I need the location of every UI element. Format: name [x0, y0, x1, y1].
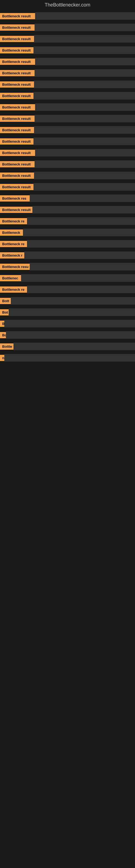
site-title: TheBottlenecker.com	[0, 0, 135, 10]
bottleneck-item: Bottleneck	[0, 229, 135, 236]
bottleneck-label: Bottleneck result	[0, 207, 32, 213]
bottleneck-bar	[35, 103, 135, 111]
bottleneck-item: Bottleneck result	[0, 81, 135, 88]
bottleneck-item: Bot	[0, 308, 135, 316]
bottleneck-bar	[34, 81, 135, 88]
bottleneck-item: Bottleneck result	[0, 206, 135, 214]
bottleneck-item: Bottleneck resu	[0, 263, 135, 271]
bottleneck-bar	[34, 46, 135, 54]
bottleneck-label: Bo	[0, 332, 6, 338]
bottleneck-label: Bottleneck result	[0, 13, 35, 19]
bottleneck-bar	[27, 240, 135, 248]
bottleneck-bar	[13, 343, 135, 350]
bottleneck-bar	[35, 58, 135, 65]
bottleneck-item: Bottleneck result	[0, 69, 135, 77]
bottleneck-label: Bottleneck re	[0, 286, 27, 293]
bottleneck-label: Bottleneck result	[0, 93, 34, 99]
bottleneck-bar	[11, 297, 135, 305]
bottleneck-bar	[35, 24, 135, 31]
bottleneck-label: Bottleneck result	[0, 116, 35, 122]
bottleneck-item: n	[0, 354, 135, 362]
bottleneck-item: Bottlenec	[0, 274, 135, 282]
bottleneck-item: Bottleneck result	[0, 103, 135, 111]
bottleneck-label: Bottleneck result	[0, 127, 34, 133]
bottleneck-item: Bottleneck re	[0, 286, 135, 293]
bottleneck-bar	[35, 160, 135, 168]
bottleneck-label: Bottleneck result	[0, 47, 34, 54]
bottleneck-bar	[30, 194, 135, 202]
bottleneck-label: Bottle	[0, 343, 13, 350]
bottleneck-bar	[27, 286, 135, 293]
bottleneck-item: Bottleneck result	[0, 24, 135, 31]
bottleneck-bar	[32, 206, 135, 214]
bottleneck-bar	[34, 35, 135, 42]
bottleneck-label: Bottleneck r	[0, 252, 24, 258]
bottleneck-item: Bottleneck result	[0, 46, 135, 54]
bottleneck-bar	[9, 308, 135, 316]
bottleneck-label: Bottleneck result	[0, 161, 35, 167]
bottleneck-label: Bot	[0, 309, 9, 315]
bottleneck-item: Bottleneck result	[0, 58, 135, 65]
bottleneck-item: Bottleneck result	[0, 126, 135, 134]
bottleneck-item: Bottleneck res	[0, 194, 135, 202]
bottleneck-label: Bottleneck res	[0, 195, 30, 202]
bottleneck-label: Bottleneck re	[0, 241, 27, 247]
bottleneck-bar	[35, 12, 135, 20]
bottleneck-bar	[30, 263, 135, 271]
bottleneck-label: Bottleneck result	[0, 24, 35, 31]
bottleneck-bar	[27, 217, 135, 225]
bottleneck-label: Bottleneck result	[0, 104, 35, 111]
bottleneck-bar	[34, 126, 135, 134]
bottleneck-label: Bottleneck resu	[0, 264, 30, 270]
bottleneck-label: Bottleneck	[0, 229, 23, 236]
bottleneck-label: Bottleneck result	[0, 36, 34, 42]
bottleneck-bar	[35, 149, 135, 156]
bottleneck-item: Bo	[0, 331, 135, 339]
bottleneck-bar	[34, 172, 135, 179]
bottleneck-item: Bottleneck re	[0, 217, 135, 225]
bottleneck-label: Bottleneck result	[0, 59, 35, 65]
bottleneck-item: Bottleneck re	[0, 240, 135, 248]
bottleneck-label: Bottleneck result	[0, 70, 35, 76]
bottleneck-bar	[24, 251, 135, 259]
bottleneck-label: Bottleneck result	[0, 82, 34, 88]
bottleneck-item: Bott	[0, 297, 135, 305]
bottleneck-bar	[34, 92, 135, 99]
bottleneck-label: Bottlenec	[0, 275, 21, 281]
bottleneck-label: Bottleneck re	[0, 218, 27, 224]
bottleneck-label: n	[0, 355, 4, 361]
bottleneck-bar	[34, 183, 135, 191]
bottleneck-bar	[21, 274, 135, 282]
bottleneck-item: B	[0, 320, 135, 328]
bottleneck-label: Bottleneck result	[0, 184, 34, 190]
bottleneck-label: Bott	[0, 298, 11, 304]
bottleneck-bar	[35, 69, 135, 77]
bottleneck-item: Bottleneck result	[0, 183, 135, 191]
bottleneck-label: B	[0, 321, 4, 327]
bottleneck-container: Bottleneck resultBottleneck resultBottle…	[0, 10, 135, 369]
bottleneck-item: Bottleneck r	[0, 251, 135, 259]
bottleneck-item: Bottleneck result	[0, 172, 135, 179]
bottleneck-bar	[35, 115, 135, 122]
bottleneck-bar	[23, 229, 135, 236]
bottleneck-bar	[6, 331, 135, 339]
bottleneck-bar	[34, 137, 135, 145]
bottleneck-label: Bottleneck result	[0, 138, 34, 145]
bottleneck-bar	[4, 320, 135, 328]
bottleneck-label: Bottleneck result	[0, 173, 34, 179]
bottleneck-item: Bottle	[0, 343, 135, 350]
bottleneck-bar	[4, 354, 135, 362]
bottleneck-item: Bottleneck result	[0, 92, 135, 99]
bottleneck-item: Bottleneck result	[0, 12, 135, 20]
bottleneck-label: Bottleneck result	[0, 150, 35, 156]
bottleneck-item: Bottleneck result	[0, 137, 135, 145]
bottleneck-item: Bottleneck result	[0, 160, 135, 168]
bottleneck-item: Bottleneck result	[0, 115, 135, 122]
bottleneck-item: Bottleneck result	[0, 35, 135, 42]
bottleneck-item: Bottleneck result	[0, 149, 135, 156]
